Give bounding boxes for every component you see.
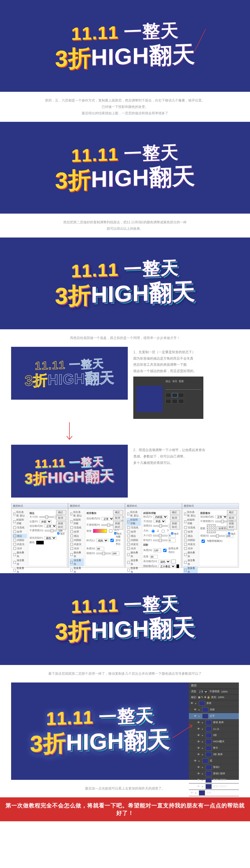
style-option[interactable]: 等高线 [12,526,27,530]
visibility-icon[interactable]: 👁 [194,708,197,711]
visibility-icon[interactable]: 👁 [190,702,194,705]
visibility-icon[interactable]: 👁 [197,779,201,781]
stroke-align-options[interactable] [166,393,201,397]
style-option[interactable]: 斜面和浮雕 [183,518,198,526]
style-option[interactable]: 等高线 [69,526,84,530]
new-style-button[interactable]: 新建样式 [56,521,66,530]
ok-button[interactable]: 确定 [113,510,123,515]
ok-button[interactable]: 确定 [227,510,237,515]
style-option[interactable]: 内发光 [12,542,27,547]
layer-row[interactable]: 👁▸HIGH翻天 [189,739,239,745]
visibility-icon[interactable]: 👁 [190,792,194,794]
visibility-icon[interactable]: 👁 [194,760,197,762]
style-option[interactable]: 颜色叠加 [127,551,141,558]
style-option[interactable]: 描边 [127,534,141,538]
visibility-icon[interactable]: 👁 [197,766,201,769]
style-option[interactable]: 内发光 [69,542,84,547]
dialog-pattern-overlay[interactable]: 图层样式混合选项: 默认斜面和浮雕等高线纹理描边内阴影内发光光泽颜色叠加渐变叠加… [182,503,239,568]
layer-row[interactable]: 👁▸背景 [189,790,239,796]
style-option[interactable]: 内发光 [127,542,141,547]
tab-pattern[interactable]: 图案 [179,380,184,383]
new-style-button[interactable]: 新建样式 [113,521,123,530]
blend-mode-select[interactable]: 正常 [197,690,208,693]
style-option[interactable]: 渐变叠加 [12,558,27,566]
visibility-icon[interactable]: 👁 [197,740,201,743]
style-option[interactable]: 纹理 [69,530,84,534]
style-option[interactable]: 图案叠加 [183,566,198,574]
style-option[interactable]: 图案叠加 [127,566,141,574]
style-option[interactable]: 内阴影 [12,538,27,542]
layer-row[interactable]: 👁▸11.11 [189,726,239,732]
stroke-options-panel[interactable]: 描边 渐变 图案 [133,377,203,419]
visibility-icon[interactable]: 👁 [197,734,201,737]
style-option[interactable]: 描边 [183,534,198,538]
style-option[interactable]: 渐变叠加 [127,558,141,566]
tab-stroke[interactable]: 描边 [166,380,171,383]
layer-thumb [202,758,208,764]
tab-gradient[interactable]: 渐变 [172,380,177,383]
cancel-button[interactable]: 取消 [113,516,123,520]
dialog-bevel-emboss[interactable]: 图层样式混合选项: 默认斜面和浮雕等高线纹理描边内阴影内发光光泽颜色叠加渐变叠加… [125,503,182,568]
stroke-cap-options[interactable] [166,399,201,404]
visibility-icon[interactable]: 👁 [194,715,197,717]
style-option[interactable]: 渐变叠加 [183,558,198,566]
layers-panel[interactable]: 图层 类型 正常 不透明度: 100% 锁定: ▦ ✎ ✥ 🔒 填充: 100%… [189,682,239,780]
dialog-gradient-overlay[interactable]: 图层样式混合选项: 默认斜面和浮雕等高线纹理描边内阴影内发光光泽颜色叠加渐变叠加… [68,503,125,568]
layer-row[interactable]: 👁▸形状2 副本2 [189,777,239,783]
style-option[interactable]: 光泽 [183,547,198,551]
layer-row[interactable]: 👁▸3折 副本 [189,751,239,758]
layer-row[interactable]: 👁▸文字 [189,713,239,719]
visibility-icon[interactable]: 👁 [197,753,201,756]
visibility-icon[interactable]: 👁 [197,727,201,730]
style-option[interactable]: 等高线 [127,526,141,530]
layer-row[interactable]: 👁▸底 [189,758,239,764]
lock-icons[interactable]: ▦ ✎ ✥ 🔒 [198,696,210,699]
cancel-button[interactable]: 取消 [170,516,180,520]
new-style-button[interactable]: 新建样式 [170,521,180,530]
style-option[interactable]: 混合选项: 默认 [183,510,198,518]
style-option[interactable]: 内阴影 [127,538,141,542]
visibility-icon[interactable]: 👁 [197,721,201,724]
style-option[interactable]: 光泽 [69,547,84,551]
style-option[interactable]: 颜色叠加 [12,551,27,558]
style-option[interactable]: 斜面和浮雕 [12,518,27,526]
cancel-button[interactable]: 取消 [227,516,237,520]
layer-row[interactable]: 👁▸整天 [189,745,239,751]
layer-row[interactable]: 👁▸3折 [189,732,239,739]
style-option[interactable]: 图案叠加 [12,566,27,574]
visibility-icon[interactable]: 👁 [197,785,201,788]
new-style-button[interactable]: 新建样式 [227,521,237,530]
style-option[interactable]: 描边 [12,534,27,538]
style-option[interactable]: 混合选项: 默认 [127,510,141,518]
layer-row[interactable]: 👁▸形状 副本 [189,719,239,726]
style-option[interactable]: 纹理 [12,530,27,534]
layer-row[interactable]: 👁▸形状2 [189,764,239,771]
style-option[interactable]: 颜色叠加 [183,551,198,558]
style-option[interactable]: 斜面和浮雕 [127,518,141,526]
dialog-stroke[interactable]: 图层样式混合选项: 默认斜面和浮雕等高线纹理描边内阴影内发光光泽颜色叠加渐变叠加… [11,503,68,568]
visibility-icon[interactable]: 👁 [197,747,201,749]
style-option[interactable]: 描边 [69,534,84,538]
style-option[interactable]: 渐变叠加 [69,558,84,566]
style-option[interactable]: 内发光 [183,542,198,547]
style-option[interactable]: 光泽 [12,547,27,551]
visibility-icon[interactable]: 👁 [197,772,201,775]
layer-row[interactable]: 👁▸光效 [189,707,239,713]
style-option[interactable]: 内阴影 [183,538,198,542]
style-option[interactable]: 内阴影 [69,538,84,542]
style-option[interactable]: 混合选项: 默认 [12,510,27,518]
layer-row[interactable]: 👁▸形状 [189,700,239,707]
style-option[interactable]: 混合选项: 默认 [69,510,84,518]
style-option[interactable]: 颜色叠加 [69,551,84,558]
ok-button[interactable]: 确定 [170,510,180,515]
style-option[interactable]: 等高线 [183,526,198,530]
style-option[interactable]: 图案叠加 [69,566,84,574]
style-option[interactable]: 纹理 [183,530,198,534]
style-option[interactable]: 斜面和浮雕 [69,518,84,526]
style-option[interactable]: 光泽 [127,547,141,551]
cancel-button[interactable]: 取消 [56,516,66,520]
layer-row[interactable]: 👁▸形状2 副本3 [189,783,239,790]
style-option[interactable]: 纹理 [127,530,141,534]
layer-row[interactable]: 👁▸形状2 副本 [189,771,239,777]
ok-button[interactable]: 确定 [56,510,66,515]
